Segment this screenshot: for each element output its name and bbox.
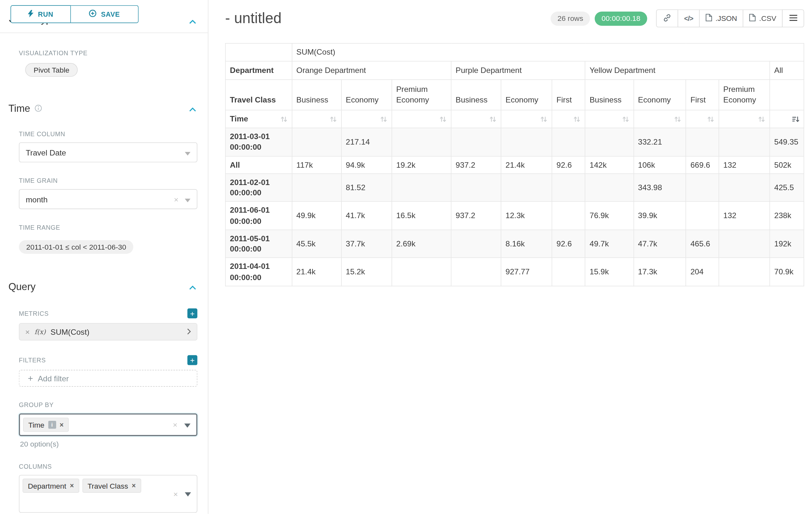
column-group-header: Purple Department (451, 61, 585, 80)
clear-icon[interactable]: × (173, 489, 178, 498)
value-cell: 142k (585, 156, 634, 173)
save-button[interactable]: SAVE (71, 5, 139, 23)
remove-tag-icon[interactable]: × (70, 482, 74, 490)
sort-header-active[interactable] (770, 110, 804, 128)
time-range-value[interactable]: 2011-01-01 ≤ col < 2011-06-30 (19, 240, 134, 254)
clear-icon[interactable]: × (173, 420, 177, 429)
travel-class-header: Economy (634, 80, 686, 110)
remove-tag-icon[interactable]: × (60, 421, 63, 429)
sort-header[interactable] (392, 110, 451, 128)
table-row: All117k94.9k19.2k937.221.4k92.6142k106k6… (225, 156, 804, 173)
value-cell: 669.6 (686, 156, 719, 173)
tag-label: Travel Class (88, 482, 128, 490)
export-json-button[interactable]: .JSON (699, 9, 743, 27)
time-section-title: Time (8, 103, 30, 115)
value-cell (451, 173, 501, 201)
group-by-select[interactable]: Timei× × (19, 413, 197, 436)
sort-header[interactable] (686, 110, 719, 128)
caret-down-icon[interactable] (185, 148, 191, 157)
remove-metric-icon[interactable]: × (25, 327, 30, 336)
value-cell (552, 258, 585, 286)
query-section-title: Query (8, 281, 36, 293)
value-cell: 106k (634, 156, 686, 173)
view-query-button[interactable]: </> (677, 9, 700, 27)
value-cell (451, 230, 501, 258)
value-cell (719, 128, 770, 156)
selected-option-tag[interactable]: Timei× (23, 417, 69, 432)
column-group-header: All (770, 61, 804, 80)
chart-panel: - untitled 26 rows 00:00:00.18 </> (208, 0, 812, 514)
collapse-section-icon[interactable] (189, 281, 196, 293)
sort-header[interactable] (341, 110, 392, 128)
value-cell: 117k (292, 156, 341, 173)
add-filter-button[interactable]: + Add filter (19, 370, 197, 386)
sort-header[interactable] (634, 110, 686, 128)
caret-down-icon[interactable] (185, 489, 191, 498)
visualization-type-value[interactable]: Pivot Table (25, 63, 78, 77)
value-cell (552, 128, 585, 156)
filters-label: FILTERS (19, 357, 46, 364)
value-cell: 2.69k (392, 230, 451, 258)
chart-header: - untitled 26 rows 00:00:00.18 </> (225, 9, 804, 27)
columns-select[interactable]: Department×Travel Class× × (19, 475, 197, 513)
sort-header[interactable] (719, 110, 770, 128)
share-link-button[interactable] (656, 9, 678, 27)
menu-button[interactable] (782, 9, 804, 27)
sort-header[interactable] (292, 110, 341, 128)
metric-item[interactable]: × f(x) SUM(Cost) (19, 323, 197, 341)
row-dimension-label: Travel Class (225, 80, 292, 110)
selected-option-tag[interactable]: Travel Class× (82, 479, 141, 493)
clear-icon[interactable]: × (174, 195, 185, 204)
value-cell (451, 128, 501, 156)
export-button-group: </> .JSON .CSV (656, 9, 804, 27)
table-row: 2011-06-01 00:00:0049.9k41.7k16.5k937.21… (225, 202, 804, 230)
table-row: 2011-05-01 00:00:0045.5k37.7k2.69k8.16k9… (225, 230, 804, 258)
value-cell: 45.5k (292, 230, 341, 258)
remove-tag-icon[interactable]: × (132, 482, 136, 490)
travel-class-header: First (552, 80, 585, 110)
visualization-type-block: VISUALIZATION TYPE Pivot Table (0, 33, 208, 77)
add-filter-plus-button[interactable]: + (187, 355, 197, 365)
chevron-right-icon[interactable] (187, 327, 191, 336)
value-cell (552, 202, 585, 230)
bolt-icon (28, 10, 34, 19)
group-by-control: GROUP BY Timei× × 20 option(s) (19, 401, 197, 448)
add-metric-button[interactable]: + (187, 308, 197, 318)
travel-class-header: Business (451, 80, 501, 110)
time-section-header: Time (0, 102, 208, 116)
time-grain-select[interactable]: month × (19, 189, 197, 209)
row-label: 2011-02-01 00:00:00 (225, 173, 292, 201)
value-cell (392, 258, 451, 286)
sort-header[interactable] (552, 110, 585, 128)
value-cell: 502k (770, 156, 804, 173)
time-column-select[interactable]: Travel Date (19, 142, 197, 162)
query-section-header: Query (0, 280, 208, 294)
caret-down-icon[interactable] (184, 420, 191, 430)
value-cell: 927.77 (501, 258, 552, 286)
travel-class-header: Business (292, 80, 341, 110)
value-cell (392, 173, 451, 201)
add-filter-label: Add filter (38, 374, 69, 383)
selected-option-tag[interactable]: Department× (23, 479, 79, 493)
chart-header-actions: 26 rows 00:00:00.18 </> (551, 9, 804, 27)
collapse-section-icon[interactable] (189, 103, 196, 115)
value-cell: 16.5k (392, 202, 451, 230)
value-cell (501, 173, 552, 201)
table-row: 2011-03-01 00:00:00217.14332.21549.35 (225, 128, 804, 156)
value-cell: 92.6 (552, 230, 585, 258)
value-cell: 12.3k (501, 202, 552, 230)
value-cell: 47.7k (634, 230, 686, 258)
export-csv-button[interactable]: .CSV (743, 9, 783, 27)
value-cell (719, 230, 770, 258)
sort-header[interactable] (451, 110, 501, 128)
travel-class-header: Economy (501, 80, 552, 110)
sort-header-time[interactable]: Time (225, 110, 292, 128)
value-cell (392, 128, 451, 156)
run-button[interactable]: RUN (10, 5, 71, 23)
chart-title[interactable]: - untitled (225, 10, 282, 27)
row-label: 2011-03-01 00:00:00 (225, 128, 292, 156)
corner-cell (225, 44, 292, 61)
sort-header[interactable] (501, 110, 552, 128)
sort-header[interactable] (585, 110, 634, 128)
caret-down-icon[interactable] (185, 195, 191, 204)
